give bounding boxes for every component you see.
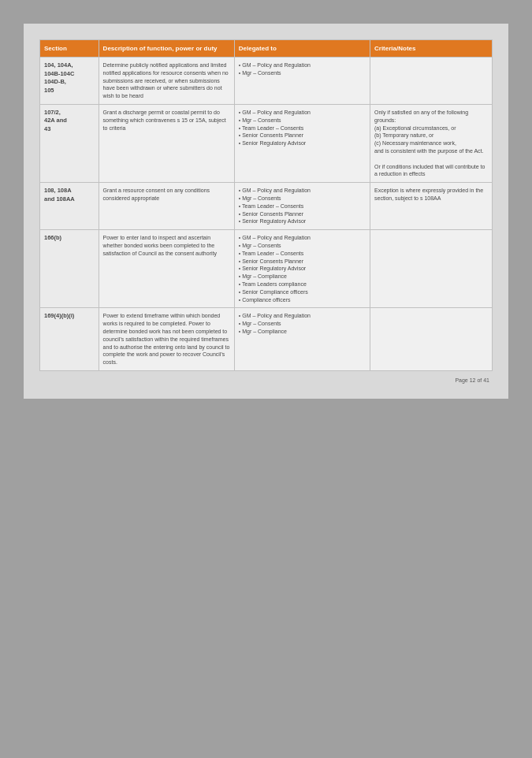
list-item: GM – Policy and Regulation xyxy=(239,312,366,320)
col-header-delegated: Delegated to xyxy=(234,40,370,58)
list-item: GM – Policy and Regulation xyxy=(239,109,366,117)
table-row-section-2: 108, 108A and 108AA xyxy=(40,183,99,230)
col-header-description: Description of function, power or duty xyxy=(99,40,234,58)
table-row-section-0: 104, 104A, 104B-104C 104D-B, 105 xyxy=(40,58,99,105)
list-item: GM – Policy and Regulation xyxy=(239,234,366,242)
list-item: Mgr – Compliance xyxy=(239,273,366,281)
list-item: Mgr – Consents xyxy=(239,69,366,77)
col-header-criteria: Criteria/Notes xyxy=(370,40,492,58)
list-item: GM – Policy and Regulation xyxy=(239,187,366,195)
table-row-delegated-3: GM – Policy and RegulationMgr – Consents… xyxy=(234,230,370,308)
table-row-delegated-1: GM – Policy and RegulationMgr – Consents… xyxy=(234,104,370,182)
list-item: Compliance officers xyxy=(239,296,366,304)
list-item: Team Leader – Consents xyxy=(239,124,366,132)
table-row-criteria-0 xyxy=(370,58,492,105)
table-row-description-2: Grant a resource consent on any conditio… xyxy=(99,183,234,230)
list-item: Mgr – Consents xyxy=(239,320,366,328)
list-item: Senior Regulatory Advisor xyxy=(239,217,366,225)
table-row-criteria-3 xyxy=(370,230,492,308)
list-item: Senior Consents Planner xyxy=(239,210,366,218)
table-row-section-1: 107/2, 42A and 43 xyxy=(40,104,99,182)
table-row-description-3: Power to enter land to inspect and ascer… xyxy=(99,230,234,308)
page-container: Section Description of function, power o… xyxy=(24,24,508,399)
table-row-criteria-1: Only if satisfied on any of the followin… xyxy=(370,104,492,182)
list-item: Team Leader – Consents xyxy=(239,203,366,210)
table-row-delegated-2: GM – Policy and RegulationMgr – Consents… xyxy=(234,183,370,230)
list-item: Mgr – Consents xyxy=(239,195,366,203)
table-row-section-4: 169(4)(b)(i) xyxy=(40,308,99,371)
list-item: Senior Regulatory Advisor xyxy=(239,265,366,273)
list-item: Mgr – Compliance xyxy=(239,328,366,336)
list-item: Senior Consents Planner xyxy=(239,132,366,139)
page-number: Page 12 of 41 xyxy=(455,377,489,383)
list-item: Mgr – Consents xyxy=(239,117,366,124)
list-item: Senior Regulatory Advisor xyxy=(239,139,366,147)
list-item: Mgr – Consents xyxy=(239,242,366,250)
list-item: Team Leaders compliance xyxy=(239,281,366,288)
list-item: Team Leader – Consents xyxy=(239,250,366,258)
table-row-section-3: 166(b) xyxy=(40,230,99,308)
table-row-delegated-4: GM – Policy and RegulationMgr – Consents… xyxy=(234,308,370,371)
table-row-description-0: Determine publicly notified applications… xyxy=(99,58,234,105)
page-footer: Page 12 of 41 xyxy=(39,377,493,383)
col-header-section: Section xyxy=(40,40,99,58)
list-item: Senior Consents Planner xyxy=(239,258,366,266)
list-item: GM – Policy and Regulation xyxy=(239,61,366,69)
table-row-criteria-2: Exception is where expressly provided in… xyxy=(370,183,492,230)
table-row-delegated-0: GM – Policy and RegulationMgr – Consents xyxy=(234,58,370,105)
main-table: Section Description of function, power o… xyxy=(39,39,493,371)
table-row-description-4: Power to extend timeframe within which b… xyxy=(99,308,234,371)
list-item: Senior Compliance officers xyxy=(239,288,366,296)
table-row-criteria-4 xyxy=(370,308,492,371)
table-row-description-1: Grant a discharge permit or coastal perm… xyxy=(99,104,234,182)
